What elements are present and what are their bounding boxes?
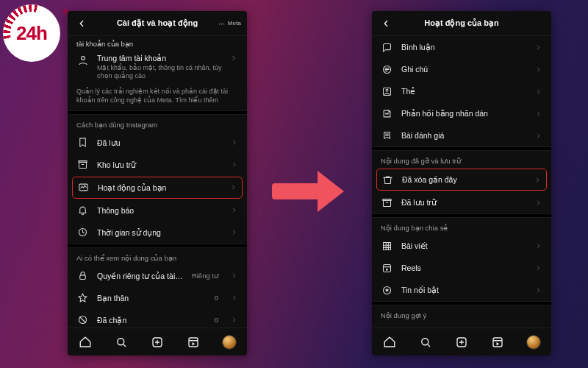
menu-row-ni[interactable]: Không quan tâm [372, 322, 551, 328]
menu-row-clock[interactable]: Thời gian sử dụng [68, 222, 247, 244]
row-label: Đã lưu trữ [401, 198, 526, 207]
clock-icon [77, 227, 88, 238]
row-icon [381, 240, 392, 252]
sticker-icon [381, 108, 392, 119]
row-label: Quyền riêng tư của tài khoản [97, 272, 183, 280]
svg-point-22 [387, 113, 388, 113]
menu-row-review[interactable]: Bài đánh giá [372, 124, 551, 146]
back-button[interactable] [74, 11, 90, 35]
menu-row-comment[interactable]: Bình luận [372, 36, 551, 58]
nav-profile[interactable] [221, 334, 237, 350]
nav-create[interactable] [149, 334, 165, 350]
comment-icon [381, 42, 392, 53]
chevron-right-icon [230, 294, 238, 302]
bookmark-icon [77, 137, 88, 148]
menu-row-grid[interactable]: Bài viết [372, 235, 551, 257]
menu-row-block[interactable]: Đã chặn0 [68, 309, 247, 328]
meta-badge: Meta [218, 20, 241, 27]
row-label: Đã chặn [97, 316, 206, 325]
nav-search[interactable] [417, 334, 434, 350]
row-icon [381, 197, 392, 208]
nav-reels[interactable] [490, 334, 506, 350]
archive-icon [77, 159, 88, 170]
chevron-right-icon [534, 132, 542, 140]
row-icon [381, 107, 392, 119]
row-icon [77, 182, 89, 194]
row-icon [381, 41, 392, 53]
svg-point-20 [386, 89, 388, 91]
menu-row-sticker[interactable]: Phản hồi bằng nhãn dán [372, 102, 551, 124]
row-label: Bài viết [401, 241, 526, 250]
arrow-shaft [272, 183, 319, 199]
chevron-right-icon [534, 176, 542, 184]
svg-rect-26 [383, 200, 390, 206]
flow-arrow [272, 169, 353, 213]
row-label: Hoạt động của bạn [98, 183, 220, 192]
row-icon [76, 227, 88, 238]
nav-profile[interactable] [526, 334, 542, 350]
block-icon [77, 314, 88, 325]
menu-row-archive[interactable]: Đã lưu trữ [372, 191, 551, 213]
back-button[interactable] [378, 11, 394, 35]
row-icon [381, 130, 392, 141]
svg-rect-2 [78, 161, 86, 163]
bottom-nav [68, 328, 247, 355]
section-header: Nội dung gợi ý [372, 305, 551, 322]
menu-row-hl[interactable]: Tin nổi bật [372, 279, 551, 301]
avatar-icon [223, 336, 236, 349]
chevron-right-icon [229, 54, 238, 63]
trash-icon [382, 174, 393, 185]
menu-row-note[interactable]: Ghi chú [372, 58, 551, 80]
chevron-left-icon [381, 18, 391, 29]
nav-create[interactable] [453, 334, 470, 350]
chevron-left-icon [76, 18, 87, 29]
menu-row-lock[interactable]: Quyền riêng tư của tài khoảnRiêng tư [68, 265, 247, 287]
phone-activity: Hoạt động của bạn Bình luậnGhi chúThẻPhả… [372, 11, 551, 355]
lock-icon [77, 270, 88, 281]
svg-point-21 [385, 113, 386, 113]
nav-home[interactable] [77, 334, 93, 350]
chevron-right-icon [230, 160, 238, 169]
nav-reels[interactable] [185, 334, 201, 350]
row-icon [76, 159, 88, 171]
menu-row-bell[interactable]: Thông báo [68, 199, 247, 222]
chevron-right-icon [534, 88, 542, 96]
create-icon [455, 336, 468, 349]
archive-icon [381, 197, 392, 208]
chevron-right-icon [534, 43, 542, 52]
nav-search[interactable] [113, 334, 129, 350]
tag-icon [381, 86, 392, 97]
row-label: Bạn thân [97, 294, 206, 302]
chevron-right-icon [230, 316, 238, 324]
account-center-icon [76, 54, 90, 67]
row-label: Thông báo [97, 206, 221, 215]
titlebar: Hoạt động của bạn [372, 11, 551, 36]
nav-home[interactable] [381, 334, 398, 350]
phone-settings: Cài đặt và hoạt động Meta tài khoản của … [68, 11, 247, 355]
row-icon [76, 205, 88, 216]
row-icon [381, 63, 392, 75]
chevron-right-icon [230, 272, 238, 280]
row-extra: Riêng tư [192, 272, 218, 280]
menu-row-trash[interactable]: Đã xóa gần đây [376, 169, 547, 191]
section-header: Ai có thể xem nội dung của bạn [68, 248, 247, 265]
menu-row-tag[interactable]: Thẻ [372, 80, 551, 102]
svg-rect-34 [383, 264, 390, 272]
avatar-icon [527, 336, 540, 349]
activity-icon [78, 182, 89, 193]
chevron-right-icon [230, 206, 238, 214]
menu-row-activity[interactable]: Hoạt động của bạn [72, 177, 243, 199]
row-icon [381, 174, 393, 185]
menu-row-bookmark[interactable]: Đã lưu [68, 132, 247, 154]
svg-rect-6 [79, 275, 85, 280]
meta-icon [218, 20, 226, 27]
menu-row-star[interactable]: Bạn thân0 [68, 287, 247, 309]
menu-row-reels[interactable]: Reels [372, 257, 551, 279]
bottom-nav [372, 328, 551, 355]
chevron-right-icon [230, 228, 238, 236]
menu-row-archive[interactable]: Kho lưu trữ [68, 154, 247, 176]
account-center-row[interactable]: Trung tâm tài khoản Mật khẩu, bảo mật, t… [68, 49, 247, 84]
row-label: Thời gian sử dụng [97, 228, 221, 237]
chevron-right-icon [229, 183, 237, 191]
row-label: Thẻ [401, 87, 526, 96]
